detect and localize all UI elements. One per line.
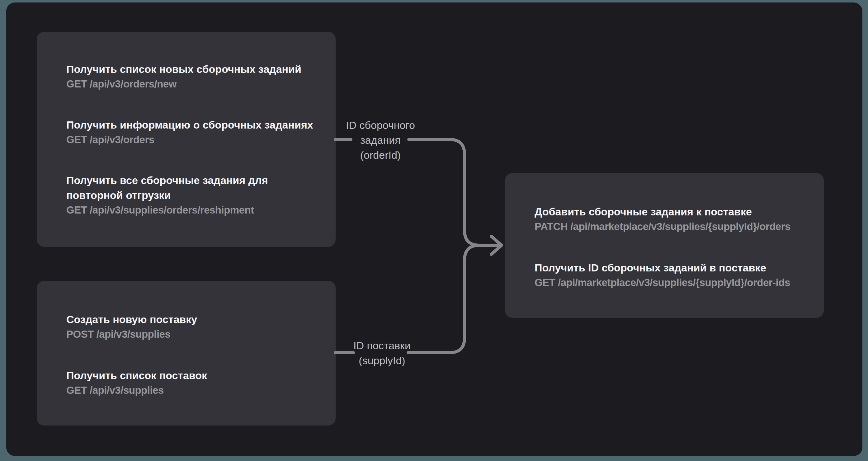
supply-id-label-line: ID поставки	[337, 338, 427, 353]
endpoint-title: Получить список новых сборочных заданий	[66, 62, 323, 76]
endpoint-item: Получить все сборочные задания для повто…	[66, 173, 323, 218]
endpoint-title: Добавить сборочные задания к поставке	[534, 204, 811, 219]
orders-endpoints-card: Получить список новых сборочных заданий …	[37, 32, 336, 247]
endpoint-path: PATCH /api/marketplace/v3/supplies/{supp…	[534, 219, 811, 234]
endpoint-title: Получить список поставок	[66, 368, 323, 383]
endpoint-item: Получить список новых сборочных заданий …	[66, 62, 323, 92]
diagram-canvas: Получить список новых сборочных заданий …	[6, 2, 862, 456]
endpoint-path: POST /api/v3/supplies	[66, 327, 323, 342]
endpoint-path: GET /api/marketplace/v3/supplies/{supply…	[534, 275, 811, 290]
endpoint-path: GET /api/v3/supplies	[66, 383, 323, 398]
order-id-label-line: ID сборочного	[335, 118, 426, 132]
endpoint-item: Получить информацию о сборочных заданиях…	[66, 117, 323, 147]
order-id-label-line: задания	[335, 132, 426, 148]
supply-id-label: ID поставки (supplyId)	[337, 338, 427, 368]
order-id-label: ID сборочного задания (orderId)	[335, 118, 426, 162]
endpoint-path: GET /api/v3/supplies/orders/reshipment	[66, 203, 323, 218]
supplies-endpoints-card: Создать новую поставку POST /api/v3/supp…	[37, 281, 336, 426]
endpoint-item: Получить ID сборочных заданий в поставке…	[534, 260, 811, 290]
endpoint-path: GET /api/v3/orders/new	[66, 76, 323, 92]
endpoint-title: Получить ID сборочных заданий в поставке	[534, 260, 811, 275]
order-id-label-line: (orderId)	[335, 148, 426, 162]
supply-id-label-line: (supplyId)	[337, 353, 427, 368]
endpoint-item: Создать новую поставку POST /api/v3/supp…	[66, 312, 323, 342]
endpoint-title: Получить все сборочные задания для повто…	[66, 173, 323, 203]
endpoint-path: GET /api/v3/orders	[66, 132, 323, 147]
endpoint-item: Добавить сборочные задания к поставке PA…	[534, 204, 811, 234]
endpoint-title: Создать новую поставку	[66, 312, 323, 327]
supply-orders-endpoints-card: Добавить сборочные задания к поставке PA…	[505, 173, 824, 318]
endpoint-item: Получить список поставок GET /api/v3/sup…	[66, 368, 323, 398]
endpoint-title: Получить информацию о сборочных заданиях	[66, 117, 323, 132]
